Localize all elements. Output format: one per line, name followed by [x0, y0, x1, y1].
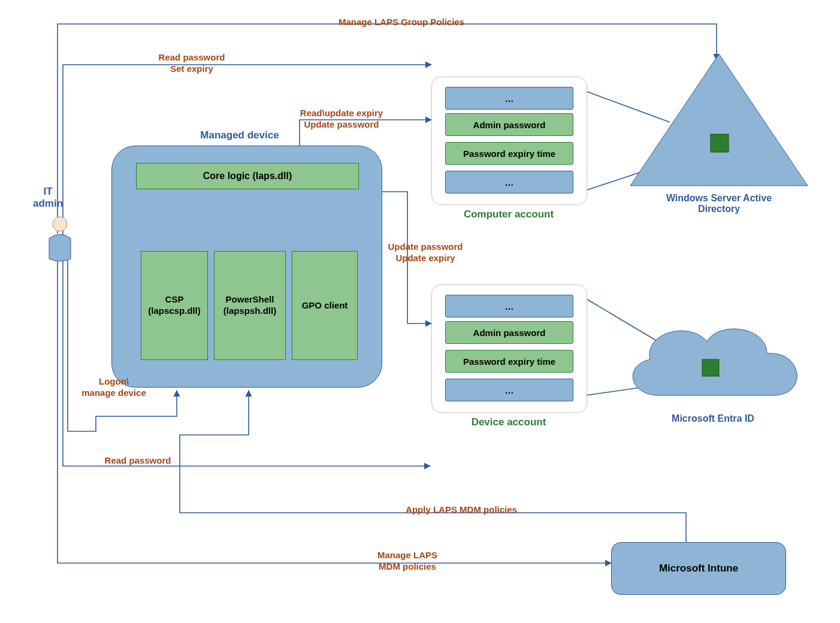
ca-row-2: Password expiry time: [445, 142, 573, 165]
lbl-read-update: Read\update expiry Update password: [276, 108, 407, 131]
da-row-0: …: [445, 295, 573, 317]
csp-box: CSP (lapscsp.dll): [141, 251, 208, 360]
computer-account-card: … Admin password Password expiry time …: [431, 77, 587, 205]
ca-row-1: Admin password: [445, 113, 573, 136]
ad-triangle-icon: [629, 54, 809, 192]
lbl-read-pw: Read password: [90, 455, 186, 467]
svg-rect-2: [711, 134, 729, 152]
lbl-read-set: Read password Set expiry: [138, 52, 246, 75]
svg-rect-3: [702, 359, 719, 376]
person-icon: [42, 216, 78, 264]
managed-device-title: Managed device: [180, 129, 300, 141]
ca-row-0: …: [445, 87, 573, 110]
managed-device: Core logic (laps.dll) CSP (lapscsp.dll) …: [111, 146, 382, 388]
diagram-root: IT admin Managed device Core logic (laps…: [0, 0, 840, 623]
da-row-2: Password expiry time: [445, 350, 573, 373]
gpo-client-box: GPO client: [292, 251, 358, 360]
intune-box: Microsoft Intune: [611, 542, 786, 595]
computer-account-title: Computer account: [431, 208, 586, 220]
it-admin-title: IT admin: [18, 186, 78, 210]
device-account-title: Device account: [431, 416, 586, 428]
device-account-card: … Admin password Password expiry time …: [431, 285, 587, 413]
lbl-manage-mdm: Manage LAPS MDM policies: [353, 550, 461, 573]
cloud-icon: [617, 312, 809, 413]
ca-row-3: …: [445, 171, 573, 193]
powershell-box: PowerShell (lapspsh.dll): [214, 251, 286, 360]
lbl-update-entra: Update password Update expiry: [371, 241, 479, 264]
lbl-manage-gpo: Manage LAPS Group Policies: [324, 17, 479, 28]
lbl-logon: Logon\ manage device: [66, 376, 162, 399]
da-row-1: Admin password: [445, 321, 573, 344]
core-logic-box: Core logic (laps.dll): [136, 163, 359, 189]
svg-marker-1: [630, 54, 808, 186]
da-row-3: …: [445, 379, 573, 401]
ad-label: Windows Server Active Directory: [641, 193, 797, 214]
lbl-apply-mdm: Apply LAPS MDM policies: [383, 504, 539, 516]
svg-point-0: [53, 217, 67, 231]
entra-label: Microsoft Entra ID: [635, 413, 791, 424]
